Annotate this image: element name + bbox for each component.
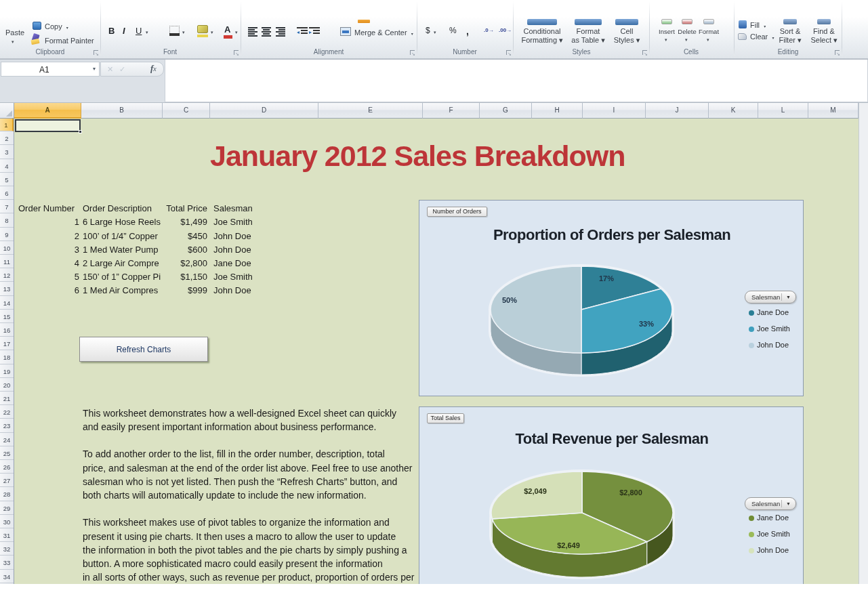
svg-text:50%: 50% (502, 296, 517, 304)
svg-text:$2,049: $2,049 (524, 487, 547, 495)
svg-text:$2,649: $2,649 (557, 541, 580, 549)
svg-text:$2,800: $2,800 (619, 488, 642, 497)
svg-text:17%: 17% (599, 274, 614, 282)
svg-text:33%: 33% (639, 320, 654, 328)
